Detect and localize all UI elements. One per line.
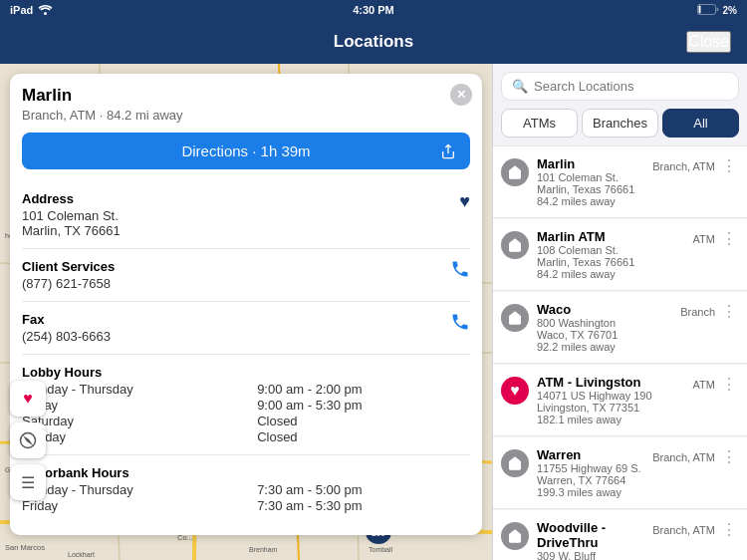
- main-container: 355 35 20 420 290 ♥ Mansfield Mi: [0, 64, 747, 560]
- location-meta: Branch, ATM ⋮: [652, 520, 739, 539]
- list-item[interactable]: ♥ ATM - Livingston 14071 US Highway 190L…: [493, 365, 747, 436]
- location-name: Woodville - DriveThru: [537, 520, 644, 550]
- motorbank-day-1: Monday - Thursday: [22, 482, 241, 497]
- more-options-icon[interactable]: ⋮: [719, 520, 739, 539]
- address-row: Address 101 Coleman St.Marlin, TX 76661 …: [22, 181, 470, 249]
- lobby-day-4: Sunday: [22, 429, 241, 444]
- fax-row: Fax (254) 803-6663: [22, 302, 470, 355]
- location-bank-icon: [501, 231, 529, 259]
- location-info: Waco 800 WashingtonWaco, TX 7670192.2 mi…: [537, 302, 672, 353]
- battery-icon: [697, 4, 719, 17]
- fax-phone-icon: [450, 312, 470, 337]
- tab-all[interactable]: All: [662, 109, 739, 138]
- search-bar: 🔍: [501, 72, 739, 101]
- list-item[interactable]: Waco 800 WashingtonWaco, TX 7670192.2 mi…: [493, 292, 747, 364]
- location-name: Marlin: [537, 156, 644, 171]
- svg-text:Lockhart: Lockhart: [68, 551, 95, 558]
- location-meta: ATM ⋮: [693, 229, 739, 248]
- status-time: 4:30 PM: [353, 4, 394, 16]
- location-meta: Branch ⋮: [680, 302, 739, 321]
- more-options-icon[interactable]: ⋮: [719, 447, 739, 466]
- search-icon: 🔍: [512, 79, 528, 94]
- svg-text:San Marcos: San Marcos: [5, 543, 45, 552]
- search-container: 🔍: [493, 64, 747, 109]
- directions-label: Directions · 1h 39m: [181, 142, 310, 159]
- svg-text:Brenham: Brenham: [249, 546, 278, 553]
- search-input[interactable]: [534, 79, 728, 94]
- location-info: Woodville - DriveThru 309 W. BluffWoodvi…: [537, 520, 644, 560]
- location-name: Marlin ATM: [537, 229, 685, 244]
- list-item[interactable]: Warren 11755 Highway 69 S.Warren, TX 776…: [493, 437, 747, 509]
- location-name: Waco: [537, 302, 672, 317]
- svg-point-0: [44, 12, 47, 15]
- fax-value: (254) 803-6663: [22, 329, 111, 344]
- tab-branches[interactable]: Branches: [582, 109, 658, 138]
- location-info: Marlin 101 Coleman St.Marlin, Texas 7666…: [537, 156, 644, 207]
- location-list: Marlin 101 Coleman St.Marlin, Texas 7666…: [493, 145, 747, 560]
- phone-icon[interactable]: [450, 259, 470, 284]
- location-address: 108 Coleman St.Marlin, Texas 7666184.2 m…: [537, 244, 685, 280]
- lobby-day-2: Friday: [22, 398, 241, 413]
- more-options-icon[interactable]: ⋮: [719, 302, 739, 321]
- favorite-heart-icon[interactable]: ♥: [459, 191, 470, 212]
- lobby-time-4: Closed: [257, 429, 470, 444]
- list-item[interactable]: Marlin 101 Coleman St.Marlin, Texas 7666…: [493, 145, 747, 218]
- client-services-phone: (877) 621-7658: [22, 276, 115, 291]
- location-bank-icon: [501, 158, 529, 186]
- panel-location-name: Marlin: [22, 86, 470, 106]
- svg-marker-47: [22, 434, 35, 447]
- location-info: Warren 11755 Highway 69 S.Warren, TX 776…: [537, 447, 644, 498]
- svg-text:Tomball: Tomball: [369, 546, 393, 553]
- motorbank-hours-label: Motorbank Hours: [22, 465, 470, 480]
- client-services-label: Client Services: [22, 259, 115, 274]
- location-bank-icon: [501, 522, 529, 550]
- share-icon[interactable]: [438, 141, 458, 161]
- fax-label: Fax: [22, 312, 111, 327]
- map-area[interactable]: 355 35 20 420 290 ♥ Mansfield Mi: [0, 64, 492, 560]
- compass-button[interactable]: [10, 422, 46, 458]
- status-left: iPad: [10, 4, 53, 17]
- favorites-map-button[interactable]: ♥: [10, 381, 46, 417]
- status-bar: iPad 4:30 PM 2%: [0, 0, 747, 20]
- list-item[interactable]: Woodville - DriveThru 309 W. BluffWoodvi…: [493, 510, 747, 560]
- location-type: Branch, ATM: [652, 524, 715, 536]
- location-address: 101 Coleman St.Marlin, Texas 7666184.2 m…: [537, 171, 644, 207]
- location-bank-icon: [501, 304, 529, 332]
- location-meta: Branch, ATM ⋮: [652, 447, 739, 466]
- more-options-icon[interactable]: ⋮: [719, 156, 739, 175]
- address-value: 101 Coleman St.Marlin, TX 76661: [22, 208, 121, 238]
- location-type: Branch: [680, 306, 715, 318]
- location-type: ATM: [693, 379, 715, 391]
- panel-close-button[interactable]: ✕: [450, 84, 472, 106]
- motorbank-time-2: 7:30 am - 5:30 pm: [257, 498, 470, 513]
- client-services-row: Client Services (877) 621-7658: [22, 249, 470, 302]
- directions-button[interactable]: Directions · 1h 39m: [22, 133, 470, 169]
- location-name: ATM - Livingston: [537, 375, 685, 390]
- lobby-day-3: Saturday: [22, 414, 241, 428]
- svg-rect-2: [698, 5, 700, 13]
- location-address: 14071 US Highway 190Livingston, TX 77351…: [537, 390, 685, 425]
- location-heart-icon: ♥: [501, 377, 529, 405]
- close-button[interactable]: Close: [686, 31, 731, 53]
- tab-atms[interactable]: ATMs: [501, 109, 578, 138]
- lobby-time-3: Closed: [257, 414, 470, 428]
- more-options-icon[interactable]: ⋮: [719, 229, 739, 248]
- lobby-hours-row: Lobby Hours Monday - Thursday 9:00 am - …: [22, 355, 470, 455]
- more-options-icon[interactable]: ⋮: [719, 375, 739, 394]
- sidebar: 🔍 ATMs Branches All Marlin 101 Colem: [492, 64, 747, 560]
- battery-percent: 2%: [723, 5, 737, 16]
- location-type: Branch, ATM: [652, 451, 715, 463]
- location-detail-panel: ✕ Marlin Branch, ATM · 84.2 mi away Dire…: [10, 74, 482, 535]
- list-item[interactable]: Marlin ATM 108 Coleman St.Marlin, Texas …: [493, 219, 747, 291]
- location-bank-icon: [501, 449, 529, 477]
- list-view-button[interactable]: ☰: [10, 464, 46, 500]
- motorbank-time-1: 7:30 am - 5:00 pm: [257, 482, 470, 497]
- location-name: Warren: [537, 447, 644, 462]
- nav-title: Locations: [334, 32, 413, 52]
- location-info: ATM - Livingston 14071 US Highway 190Liv…: [537, 375, 685, 425]
- status-right: 2%: [697, 4, 737, 17]
- location-address: 800 WashingtonWaco, TX 7670192.2 miles a…: [537, 317, 672, 353]
- filter-tabs: ATMs Branches All: [493, 109, 747, 145]
- motorbank-day-2: Friday: [22, 498, 241, 513]
- carrier-label: iPad: [10, 4, 33, 16]
